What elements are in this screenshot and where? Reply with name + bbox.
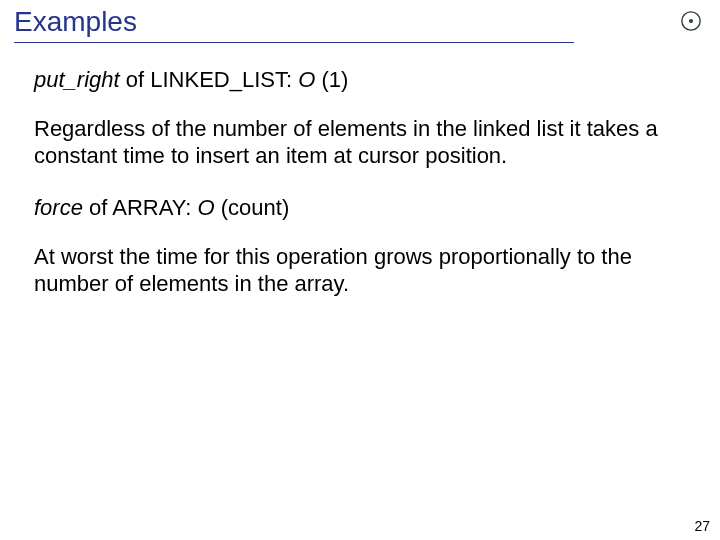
op-text-1: of LINKED_LIST: [120, 67, 299, 92]
op-name-2: force [34, 195, 83, 220]
big-o-1: O [298, 67, 315, 92]
slide-body: put_right of LINKED_LIST: O (1) Regardle… [0, 43, 720, 298]
big-o-arg-1: (1) [315, 67, 348, 92]
svg-point-1 [689, 19, 693, 23]
op-text-2: of ARRAY: [83, 195, 198, 220]
page-number: 27 [694, 518, 710, 534]
big-o-2: O [198, 195, 215, 220]
slide-title: Examples [14, 6, 706, 40]
op-name-1: put_right [34, 67, 120, 92]
big-o-arg-2: (count) [215, 195, 290, 220]
example-line-2: force of ARRAY: O (count) [34, 195, 686, 222]
example-line-1: put_right of LINKED_LIST: O (1) [34, 67, 686, 94]
explanation-2: At worst the time for this operation gro… [34, 244, 686, 298]
explanation-1: Regardless of the number of elements in … [34, 116, 686, 170]
logo-icon [680, 10, 702, 32]
